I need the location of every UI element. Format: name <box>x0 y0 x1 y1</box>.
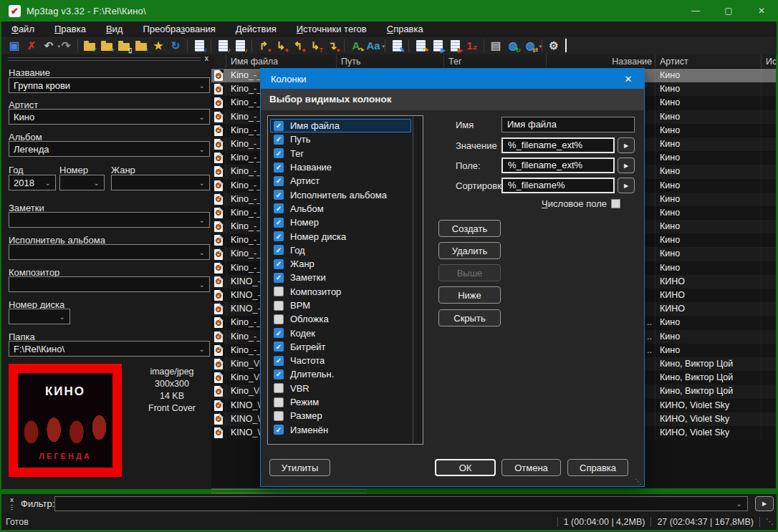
filter-close-icon[interactable]: x <box>10 496 14 503</box>
column-list-item[interactable]: ✓ Кодек <box>270 326 411 339</box>
column-list-item[interactable]: ✓ VBR <box>270 382 411 395</box>
undo-tag-icon[interactable]: ↷ ▾ <box>412 38 429 54</box>
refresh-icon[interactable]: ↻ ▾ <box>167 38 184 54</box>
checkbox[interactable]: ✓ <box>274 231 284 241</box>
create-button[interactable]: Создать <box>438 220 501 237</box>
filter-grabber[interactable] <box>11 505 13 511</box>
convert-filename-tag-icon[interactable]: ↳ ● ▾ <box>272 38 289 54</box>
playlist-icon[interactable]: ♪ ▾ <box>214 38 231 54</box>
checkbox[interactable]: ✓ <box>274 218 284 228</box>
title-combo[interactable]: Группа крови⌄ <box>9 77 210 93</box>
convert-filename-filename-icon[interactable]: ↰ ● ▾ <box>289 38 307 54</box>
checkbox[interactable]: ✓ <box>274 411 284 421</box>
column-list-item[interactable]: ✓ BPM <box>270 299 411 312</box>
panel-close-icon[interactable]: x <box>204 54 208 62</box>
checkbox[interactable]: ✓ <box>274 342 284 352</box>
comment-combo[interactable]: ⌄ <box>9 212 210 228</box>
autonumbering-wizard-icon[interactable]: 1₂ ▾ <box>464 38 481 54</box>
column-list-item[interactable]: ✓ Путь <box>270 132 411 146</box>
menu-item[interactable]: Преобразования <box>133 21 225 37</box>
column-header[interactable]: Артист <box>655 54 762 68</box>
menu-item[interactable]: Правка <box>44 21 96 37</box>
column-list-item[interactable]: ✓ Композитор <box>270 285 411 299</box>
checkbox[interactable]: ✓ <box>274 397 284 407</box>
checkbox[interactable]: ✓ <box>274 163 284 173</box>
column-list-item[interactable]: ✓ Заметки <box>270 271 411 284</box>
checkbox[interactable]: ✓ <box>274 203 284 213</box>
utils-button[interactable]: Утилиты <box>269 459 330 476</box>
menu-item[interactable]: Справка <box>377 21 433 37</box>
listbox-scrollbar[interactable] <box>413 117 413 445</box>
column-list-item[interactable]: ✓ Исполнитель альбома <box>270 188 411 201</box>
checkbox[interactable]: ✓ <box>274 383 284 393</box>
checkbox[interactable]: ✓ <box>274 121 284 131</box>
change-directory-icon[interactable]: ✓ ▾ <box>81 38 98 54</box>
convert-textfile-tag-icon[interactable]: ↴ ● ▾ <box>324 38 341 54</box>
column-list-item[interactable]: ✓ Изменён <box>270 423 411 437</box>
artist-combo[interactable]: Кино⌄ <box>9 109 210 125</box>
column-list-item[interactable]: ✓ Тег <box>270 147 411 160</box>
column-list-item[interactable]: ✓ Частота <box>270 354 411 367</box>
case-conversion-menu-icon[interactable]: Aa ▾ <box>365 38 382 54</box>
redo-icon[interactable]: ↷ ▾ <box>57 38 75 54</box>
track-combo[interactable]: ⌄ <box>59 175 105 190</box>
remove-tag-icon[interactable]: ✗ ▾ <box>23 38 40 54</box>
discnumber-combo[interactable]: ⌄ <box>9 309 70 324</box>
move-up-button[interactable]: Выше <box>438 264 501 281</box>
checkbox[interactable]: ✓ <box>274 314 284 324</box>
menu-item[interactable]: Источники тегов <box>287 21 377 37</box>
column-list-item[interactable]: ✓ Номер <box>270 216 411 229</box>
checkbox[interactable]: ✓ <box>274 259 284 269</box>
resize-grip-icon[interactable]: ⋱ <box>766 517 774 526</box>
checkbox[interactable]: ✓ <box>274 245 284 255</box>
panel-grabber[interactable] <box>8 57 201 61</box>
menu-item[interactable]: Файл <box>1 21 44 37</box>
move-down-button[interactable]: Ниже <box>438 286 501 304</box>
column-header[interactable] <box>211 54 226 68</box>
convert-tag-tag-icon[interactable]: ↳ Т ▾ <box>307 38 324 54</box>
value-expand-button[interactable]: ▶ <box>618 137 635 153</box>
checkbox[interactable]: ✓ <box>274 425 284 435</box>
minimize-button[interactable]: — <box>679 0 712 21</box>
year-combo[interactable]: 2018⌄ <box>9 175 56 190</box>
web-source-icon[interactable]: ◍ ↻ ▾ <box>504 38 522 54</box>
column-list-item[interactable]: ✓ Альбом <box>270 202 411 216</box>
column-header[interactable]: Имя файла <box>226 54 337 68</box>
column-list-item[interactable]: ✓ Год <box>270 243 411 257</box>
field-input[interactable]: %_filename_ext% <box>501 158 615 173</box>
undo-icon[interactable]: ↶ ▾ <box>40 38 57 54</box>
column-list-item[interactable]: ✓ Название <box>270 160 411 174</box>
column-header[interactable]: Название <box>547 54 655 68</box>
close-button[interactable]: ✕ <box>745 0 778 21</box>
checkbox[interactable]: ✓ <box>274 369 284 379</box>
genre-combo[interactable]: ⌄ <box>111 175 210 190</box>
dialog-title-bar[interactable]: Колонки ✕ <box>261 69 644 89</box>
column-list-item[interactable]: ✓ Жанр <box>270 257 411 271</box>
dialog-close-icon[interactable]: ✕ <box>613 74 644 84</box>
save-tag-icon[interactable]: ▣ ▾ <box>6 38 23 54</box>
column-list-item[interactable]: ✓ Битрейт <box>270 340 411 354</box>
menu-item[interactable]: Действия <box>226 21 287 37</box>
checkbox[interactable]: ✓ <box>274 273 284 283</box>
convert-tag-filename-icon[interactable]: ↱ ● ▾ <box>255 38 272 54</box>
field-expand-button[interactable]: ▶ <box>618 158 635 173</box>
hide-button[interactable]: Скрыть <box>438 309 501 327</box>
checkbox[interactable]: ✓ <box>274 176 284 186</box>
folder-page-icon[interactable]: ▯ ▾ <box>115 38 133 54</box>
value-input[interactable]: %_filename_ext% <box>501 137 615 153</box>
albumartist-combo[interactable]: ⌄ <box>9 244 210 260</box>
checkbox[interactable]: ✓ <box>274 135 284 145</box>
checkbox[interactable]: ✓ <box>274 286 284 296</box>
maximize-button[interactable]: ▢ <box>712 0 745 21</box>
checkbox[interactable]: ✓ <box>274 301 284 311</box>
column-list-item[interactable]: ✓ Номер диска <box>270 229 411 243</box>
name-input[interactable]: Имя файла <box>501 117 635 132</box>
dialog-resize-grip-icon[interactable]: ⋱ <box>635 478 642 485</box>
column-list-item[interactable]: ✓ Размер <box>270 409 411 422</box>
cancel-button[interactable]: Отмена <box>501 459 561 476</box>
column-header[interactable]: Путь <box>337 54 444 68</box>
column-list-item[interactable]: ✓ Обложка <box>270 312 411 326</box>
column-list-item[interactable]: ✓ Имя файла <box>270 119 411 132</box>
extended-tags-alt-icon[interactable]: ▶ ▾ <box>446 38 464 54</box>
delete-button[interactable]: Удалить <box>438 242 501 259</box>
